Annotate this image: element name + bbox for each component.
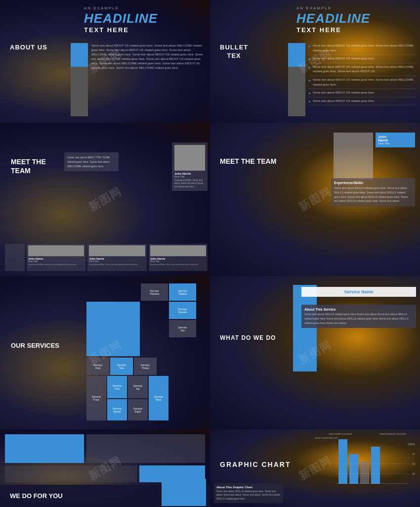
slide7-box-dim-1 [5, 465, 137, 483]
slide-we-do-for-you: 新图网 WE DO FOR YOU [0, 429, 210, 507]
slide8-bar-3 [360, 461, 369, 484]
slide6-service-name-box: Service Name [301, 287, 416, 297]
bullet-item-5: Some text about ABOUT US related goes he… [309, 91, 416, 97]
slide1-headline-main: HEADILINE [84, 11, 158, 26]
slide8-bar-1 [338, 439, 347, 484]
slide8-chart-area: 100% 10 09 08 [334, 440, 418, 501]
slide8-grid-line-3 [336, 463, 408, 464]
slide6-about-service-box: About This Service Some text about SKILL… [301, 305, 416, 328]
slide3-photo-placeholder [5, 244, 25, 271]
slide7-blue-corner [162, 479, 206, 506]
slide8-chart-text: Some text about SKILLS related goes here… [216, 490, 281, 501]
slide8-bar-4 [371, 447, 380, 484]
slide2-top-label: AN EXAMPLE [296, 6, 332, 10]
slide2-section-label: BULLETTEX [220, 44, 248, 60]
slide3-desc-block: Some text about MEET THE TEAM related go… [64, 152, 119, 171]
svc-thirteen: ServiceThirteen [141, 283, 168, 301]
slide3-small-title-2: Real Title [89, 260, 145, 263]
slide3-photo-large [174, 145, 205, 171]
svc-ten: ServiceTen [169, 320, 196, 337]
slide2-headline: HEADILINE TEXT HERE [296, 11, 370, 34]
svc-five: ServiceFive [107, 376, 127, 398]
slide6-about-title: About This Service [304, 308, 413, 311]
slide8-link1: www.twitter.com/post [329, 432, 352, 435]
slide4-blue-profile: JohnHarrie Real Title [376, 133, 415, 147]
slide8-grid-line-1 [336, 483, 408, 484]
watermark-4: 新图网 [296, 184, 334, 215]
slide8-bar-2 [349, 454, 358, 484]
slide8-y-label-3: 08 [412, 472, 415, 475]
slide8-grid-line-2 [336, 473, 408, 474]
slide4-section-label: MEET THE TEAM [220, 157, 276, 165]
slide5-section-label: OUR SERVICES [11, 341, 59, 349]
slide3-small-photo-1 [28, 245, 84, 256]
slide4-skills-title: Expertness/Skills: [334, 181, 412, 184]
slide1-gray-rect [71, 67, 88, 116]
slide2-headline-sub: TEXT HERE [296, 26, 370, 34]
svc-four: ServiceFour [86, 376, 106, 420]
slide8-section-label: GRAPHIC CHART [220, 461, 291, 468]
slide3-profile-large: John Harrie Real Title Experience/Skills… [172, 142, 208, 191]
slide3-small-title-1: Real Title [28, 260, 84, 263]
slide3-small-card-2: John Harrie Real Title Experience/Skills… [87, 244, 146, 271]
slide2-blue-rect [288, 43, 305, 67]
bullet-item-6: Some text about ABOUT US related goes he… [309, 99, 416, 106]
presentation-grid: 新图网 AN EXAMPLE HEADILINE TEXT HERE ABOUT… [0, 0, 420, 507]
svc-three: ServiceThree [134, 358, 157, 375]
slide6-blue-accent [293, 285, 317, 371]
slide8-header-links: www.twitter.com/post www.facebook.com/po… [315, 432, 420, 435]
slide1-blue-rect [71, 43, 88, 67]
slide4-skills-text: Some text about SKILLS related goes here… [334, 186, 412, 203]
slide7-content-area [5, 434, 205, 482]
slide1-body-text: Some text about ABOUT US related goes he… [91, 44, 205, 70]
svc-one: ServiceOne [86, 358, 109, 375]
slide8-chart-title: About This Graphic Chart [216, 486, 281, 489]
slide8-chart-desc: About This Graphic Chart Some text about… [214, 483, 283, 504]
watermark-8: 新图网 [296, 453, 334, 484]
slide2-gray-rect [288, 67, 305, 116]
bullet-item-1: Some text about ABOUT US related goes he… [309, 44, 416, 55]
svc-twelve: ServiceTwelve [169, 283, 196, 301]
slide2-headline-main: HEADILINE [296, 11, 370, 26]
slide4-profile-name: JohnHarrie [378, 135, 413, 142]
svc-large-blue [86, 302, 140, 356]
slide3-section-label: MEET THE TEAM [11, 157, 46, 175]
svc-six: ServiceSix [128, 376, 148, 398]
slide3-small-title-3: Real Title [150, 260, 206, 263]
slide3-small-desc-3: Experience/Skills: Some text and about S… [150, 263, 206, 266]
slide-about-us: 新图网 AN EXAMPLE HEADILINE TEXT HERE ABOUT… [0, 0, 210, 123]
slide3-profile-desc: Experience/Skills: Some text about Some … [174, 179, 205, 188]
slide1-headline-sub: TEXT HERE [84, 26, 158, 34]
slide8-y-label-2: 09 [412, 462, 415, 465]
slide3-profile-title: Real Title [174, 175, 205, 178]
slide3-small-card-3: John Harrie Real Title Experience/Skills… [149, 244, 208, 271]
slide-meet-team-left: 新图网 MEET THE TEAM Some text about MEET T… [0, 123, 210, 276]
slide7-section-label: WE DO FOR YOU [10, 492, 63, 500]
slide6-about-text: Some text about SKILLS related goes here… [304, 312, 413, 325]
slide3-small-card-1: John Harrie Real Title Experience/Skills… [27, 244, 85, 271]
bullet-item-4: Some text about ABOUT US related goes he… [309, 78, 416, 89]
slide3-bottom-row: John Harrie Real Title Experience/Skills… [5, 244, 208, 271]
slide4-profile-title: Real Title [378, 142, 413, 145]
slide-graphic-chart: 新图网 www.twitter.com/post www.facebook.co… [210, 429, 420, 507]
slide7-row1 [5, 434, 205, 463]
slide1-headline: HEADILINE TEXT HERE [84, 11, 158, 34]
slide1-top-label: AN EXAMPLE [84, 6, 119, 10]
slide3-small-desc-1: Experience/Skills: Some text and about S… [28, 263, 84, 266]
svc-seven: ServiceSeven [107, 399, 127, 420]
slide-meet-team-right: 新图网 MEET THE TEAM JohnHarrie Real Title … [210, 123, 420, 276]
slide7-box-blue-1 [5, 434, 84, 463]
slide6-section-label: WHAT DO WE DO [220, 334, 276, 341]
slide3-small-photo-3 [150, 245, 206, 256]
bullet-item-2: Some text about ABOUT US related goes he… [309, 56, 416, 63]
svc-eight: ServiceEight [128, 399, 148, 420]
bullet-item-3: Some text about ABOUT US related goes he… [309, 65, 416, 76]
svc-nine: ServiceNine [149, 376, 168, 420]
slide8-y-label-1: 10 [412, 453, 415, 456]
slide3-small-desc-2: Experience/Skills: Some text and about S… [89, 263, 145, 266]
slide-what-do-we-do: 新图网 WHAT DO WE DO Service Name About Thi… [210, 276, 420, 429]
slide8-bar-label: 100% [408, 443, 415, 446]
slide8-link3: www.mywebsite.com [315, 436, 338, 439]
slide-bullet: 新图网 AN EXAMPLE HEADILINE TEXT HERE BULLE… [210, 0, 420, 123]
slide4-photo-gray [334, 133, 373, 180]
